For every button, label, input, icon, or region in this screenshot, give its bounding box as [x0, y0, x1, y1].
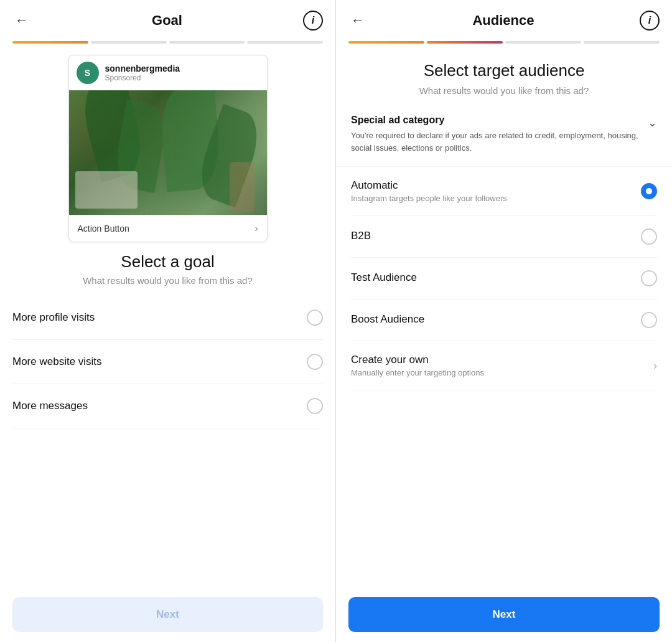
right-back-button[interactable]: ← — [348, 10, 367, 31]
left-panel: ← Goal i S sonnenbergmedia Sponsored — [0, 0, 336, 642]
option-b2b-name: B2B — [351, 230, 371, 242]
option-automatic-name: Automatic — [351, 179, 507, 192]
left-progress-1 — [12, 41, 88, 44]
special-ad-text: Special ad category You're required to d… — [351, 115, 642, 154]
option-test-audience-right — [641, 270, 657, 286]
right-info-button[interactable]: i — [640, 11, 660, 31]
ad-account-info: sonnenbergmedia Sponsored — [105, 64, 180, 82]
option-b2b[interactable]: B2B — [351, 216, 657, 258]
ad-action-row[interactable]: Action Button › — [69, 215, 267, 242]
ad-card-header: S sonnenbergmedia Sponsored — [69, 55, 267, 90]
option-create-own-sub: Manually enter your targeting options — [351, 368, 484, 377]
option-label: More profile visits — [12, 311, 95, 324]
option-automatic-text: Automatic Instagram targets people like … — [351, 179, 507, 203]
ad-preview-card: S sonnenbergmedia Sponsored Action Butto… — [68, 55, 268, 242]
left-back-button[interactable]: ← — [12, 10, 31, 31]
right-page-title: Audience — [472, 12, 534, 29]
option-more-messages[interactable]: More messages — [12, 384, 323, 428]
left-progress-2 — [91, 41, 167, 44]
right-next-button[interactable]: Next — [348, 597, 660, 632]
option-automatic-right — [641, 183, 657, 199]
special-ad-section[interactable]: Special ad category You're required to d… — [336, 102, 672, 167]
radio-automatic[interactable] — [641, 183, 657, 199]
right-header: ← Audience i — [336, 0, 672, 41]
audience-title-section: Select target audience What results woul… — [336, 49, 672, 102]
left-progress-4 — [247, 41, 323, 44]
option-more-profile-visits[interactable]: More profile visits — [12, 296, 323, 340]
right-progress-1 — [348, 41, 424, 44]
ad-account-name: sonnenbergmedia — [105, 64, 180, 73]
radio-b2b[interactable] — [641, 229, 657, 245]
radio-more-messages[interactable] — [307, 398, 323, 414]
option-b2b-right — [641, 229, 657, 245]
audience-title: Select target audience — [351, 61, 657, 80]
radio-test-audience[interactable] — [641, 270, 657, 286]
special-ad-desc: You're required to declare if your ads a… — [351, 130, 642, 154]
ad-action-chevron-icon: › — [254, 223, 258, 234]
option-test-audience[interactable]: Test Audience — [351, 258, 657, 300]
option-test-audience-name: Test Audience — [351, 271, 417, 284]
right-progress-3 — [505, 41, 581, 44]
option-boost-audience[interactable]: Boost Audience — [351, 300, 657, 341]
option-create-own-right: › — [653, 359, 657, 372]
ad-image — [69, 90, 267, 215]
right-progress-4 — [584, 41, 660, 44]
create-own-chevron-icon: › — [653, 359, 657, 372]
audience-subtitle: What results would you like from this ad… — [351, 85, 657, 96]
option-label: More messages — [12, 400, 88, 412]
ad-preview-wrapper: S sonnenbergmedia Sponsored Action Butto… — [0, 49, 335, 247]
goal-options-list: More profile visits More website visits … — [0, 290, 335, 587]
option-boost-audience-right — [641, 312, 657, 328]
audience-options-list: Automatic Instagram targets people like … — [336, 167, 672, 587]
option-test-audience-text: Test Audience — [351, 271, 417, 286]
option-create-own-text: Create your own Manually enter your targ… — [351, 354, 484, 377]
goal-subtitle: What results would you like from this ad… — [12, 275, 323, 286]
radio-more-website-visits[interactable] — [307, 354, 323, 370]
option-boost-audience-name: Boost Audience — [351, 313, 424, 326]
option-boost-audience-text: Boost Audience — [351, 313, 424, 328]
left-progress-bar — [0, 41, 335, 49]
left-info-button[interactable]: i — [303, 11, 323, 31]
left-header: ← Goal i — [0, 0, 335, 41]
goal-title-section: Select a goal What results would you lik… — [0, 247, 335, 290]
left-page-title: Goal — [152, 12, 182, 29]
right-next-btn-container: Next — [336, 587, 672, 642]
left-progress-3 — [169, 41, 245, 44]
option-label: More website visits — [12, 356, 102, 368]
right-progress-2 — [427, 41, 503, 44]
option-more-website-visits[interactable]: More website visits — [12, 340, 323, 384]
ad-sponsored-label: Sponsored — [105, 73, 180, 82]
special-ad-header: Special ad category You're required to d… — [351, 115, 657, 154]
radio-more-profile-visits[interactable] — [307, 309, 323, 326]
option-create-own[interactable]: Create your own Manually enter your targ… — [351, 341, 657, 390]
option-automatic[interactable]: Automatic Instagram targets people like … — [351, 167, 657, 216]
right-panel: ← Audience i Select target audience What… — [336, 0, 672, 642]
left-next-button[interactable]: Next — [12, 597, 323, 632]
left-next-btn-container: Next — [0, 587, 335, 642]
radio-boost-audience[interactable] — [641, 312, 657, 328]
option-create-own-name: Create your own — [351, 354, 484, 366]
goal-title: Select a goal — [12, 252, 323, 271]
avatar: S — [77, 62, 99, 84]
right-progress-bar — [336, 41, 672, 49]
ad-action-label: Action Button — [78, 224, 129, 234]
special-ad-chevron-down-icon: ⌄ — [648, 116, 657, 130]
special-ad-title: Special ad category — [351, 115, 642, 126]
option-b2b-text: B2B — [351, 230, 371, 244]
option-automatic-sub: Instagram targets people like your follo… — [351, 194, 507, 203]
